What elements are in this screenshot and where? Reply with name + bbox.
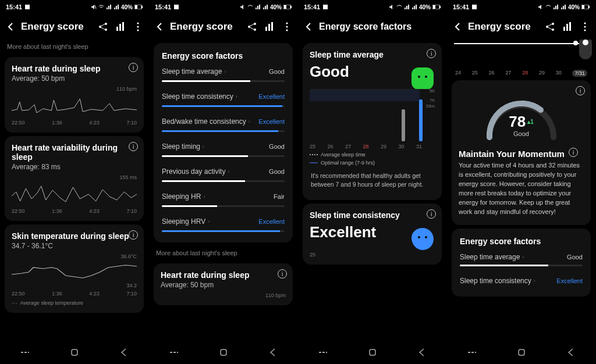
- content-scroll[interactable]: More about last night's sleep Heart rate…: [0, 40, 148, 343]
- svg-rect-37: [433, 5, 435, 9]
- chevron-left-icon: [452, 21, 464, 33]
- back-button[interactable]: [449, 21, 467, 33]
- factor-bar: [162, 80, 285, 82]
- wifi-icon: [545, 4, 551, 10]
- info-button[interactable]: i: [129, 63, 138, 72]
- score-timeline[interactable]: 100: [447, 43, 595, 66]
- nav-home[interactable]: [69, 347, 80, 360]
- mute-icon: [389, 4, 395, 10]
- card-title: Skin temperature during sleep: [12, 231, 137, 241]
- stats-button[interactable]: [115, 21, 126, 33]
- back-button[interactable]: [2, 21, 20, 33]
- date-tick[interactable]: 27: [505, 70, 511, 77]
- card-hr-sleep[interactable]: Heart rate during sleep Average: 50 bpm …: [5, 57, 144, 133]
- more-button[interactable]: [579, 21, 591, 33]
- battery-pct: 40%: [568, 4, 580, 10]
- info-button[interactable]: i: [278, 269, 287, 279]
- mute-icon: [240, 4, 246, 10]
- date-tick[interactable]: 7/31: [572, 70, 587, 77]
- more-vert-icon: [132, 21, 144, 33]
- factor-row[interactable]: Sleep time average›Good: [452, 248, 591, 272]
- factor-row[interactable]: Bed/wake time consistency›Excellent: [154, 113, 293, 138]
- factor-rating: Good: [269, 143, 285, 150]
- nav-back[interactable]: [417, 347, 427, 360]
- svg-rect-21: [290, 6, 292, 8]
- content-scroll[interactable]: Energy score factors Sleep time average›…: [149, 40, 297, 343]
- chevron-left-icon: [5, 21, 17, 33]
- battery-pct: 40%: [121, 4, 133, 10]
- chevron-right-icon: ›: [236, 94, 237, 99]
- more-button[interactable]: [281, 21, 293, 33]
- legend-avg-temp: Average sleep temperature: [12, 300, 137, 306]
- svg-rect-59: [519, 349, 524, 355]
- date-tick[interactable]: 25: [472, 70, 478, 77]
- factor-row[interactable]: Sleep time average›Good: [154, 63, 293, 88]
- share-button[interactable]: [246, 21, 258, 33]
- x-axis: 25262728293031: [310, 144, 435, 149]
- nav-home[interactable]: [516, 347, 527, 360]
- phone-4: 15:41 40% Energy score 100 2425262728293…: [447, 0, 596, 364]
- nav-recent[interactable]: [20, 347, 30, 360]
- date-tick[interactable]: 30: [556, 70, 562, 77]
- nav-back[interactable]: [566, 347, 576, 360]
- nav-recent[interactable]: [318, 347, 328, 360]
- share-button[interactable]: [97, 21, 109, 33]
- signal-icon: [255, 4, 261, 10]
- nav-home[interactable]: [367, 347, 378, 360]
- nav-home[interactable]: [218, 347, 229, 360]
- info-button[interactable]: i: [569, 148, 578, 157]
- nav-recent[interactable]: [169, 347, 179, 360]
- y-label-9h: 9h: [430, 88, 435, 94]
- info-button[interactable]: i: [129, 230, 138, 240]
- stats-button[interactable]: [562, 21, 573, 33]
- timeline-knob[interactable]: [579, 40, 592, 59]
- info-button[interactable]: i: [129, 142, 138, 151]
- bars-icon: [115, 21, 126, 33]
- factor-row[interactable]: Sleep time consistency›Excellent: [154, 88, 293, 113]
- svg-rect-46: [588, 6, 590, 8]
- more-button[interactable]: [132, 21, 144, 33]
- date-tick[interactable]: 29: [539, 70, 545, 77]
- card-hr-sleep[interactable]: Heart rate during sleep Average: 50 bpm …: [154, 263, 293, 305]
- share-button[interactable]: [544, 21, 556, 33]
- factor-bar: [162, 155, 285, 157]
- card-skin-temp[interactable]: Skin temperature during sleep 34.7 - 36.…: [5, 224, 144, 313]
- svg-point-28: [286, 22, 288, 24]
- hrv-chart: [12, 181, 137, 206]
- nav-recent[interactable]: [467, 347, 477, 360]
- info-button[interactable]: i: [427, 49, 436, 58]
- svg-point-55: [584, 29, 586, 31]
- card-hrv-sleep[interactable]: Heart rate variability during sleep Aver…: [5, 136, 144, 221]
- legend-avg: Average sleep time: [310, 152, 435, 158]
- nav-back[interactable]: [268, 347, 278, 360]
- content-scroll[interactable]: 100 242526272829307/31 i 78▴1 Good Maint…: [447, 40, 595, 343]
- svg-rect-9: [119, 24, 121, 31]
- notif-icon: [471, 4, 477, 10]
- back-button[interactable]: [300, 21, 318, 33]
- date-tick[interactable]: 26: [489, 70, 495, 77]
- info-button[interactable]: i: [576, 86, 585, 95]
- factor-row[interactable]: Sleeping HR›Fair: [154, 188, 293, 213]
- android-navbar: [298, 343, 446, 364]
- stats-button[interactable]: [264, 21, 275, 33]
- chevron-right-icon: ›: [534, 278, 535, 284]
- date-tick[interactable]: 28: [522, 70, 528, 77]
- advice-text: Your active time of 4 hours and 32 minut…: [459, 161, 584, 217]
- svg-rect-35: [323, 5, 328, 9]
- back-button[interactable]: [151, 21, 169, 33]
- content-scroll[interactable]: Sleep time average i Good 9h 7h 28m 2526…: [298, 40, 446, 343]
- peak-label: 155 ms: [12, 174, 137, 180]
- page-title: Energy score: [468, 21, 543, 33]
- factors-title: Energy score factors: [452, 231, 591, 248]
- y-label-7h: 7h: [430, 98, 435, 103]
- factor-row[interactable]: Sleep time consistency›Excellent: [452, 272, 591, 291]
- factor-bar: [162, 130, 285, 132]
- factor-row[interactable]: Sleeping HRV›Excellent: [154, 213, 293, 238]
- nav-back[interactable]: [119, 347, 129, 360]
- y-label-28m: 28m: [425, 104, 435, 109]
- factor-row[interactable]: Sleep timing›Good: [154, 138, 293, 163]
- svg-rect-10: [122, 22, 124, 31]
- date-tick[interactable]: 24: [455, 70, 461, 77]
- chevron-right-icon: ›: [203, 194, 205, 199]
- factor-row[interactable]: Previous day activity›Good: [154, 163, 293, 188]
